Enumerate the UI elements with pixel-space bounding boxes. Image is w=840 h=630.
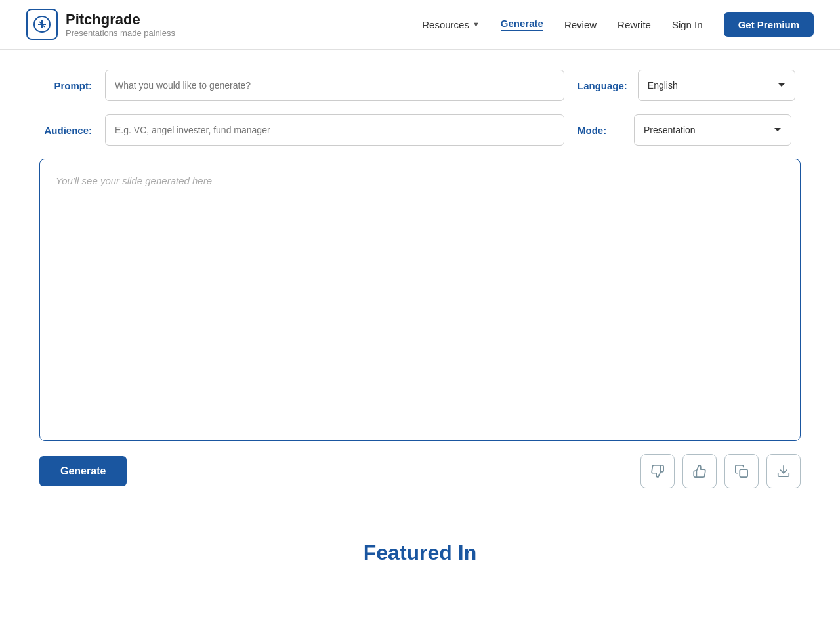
nav-links: Resources ▼ Generate Review Rewrite Sign… xyxy=(422,12,814,37)
logo-icon xyxy=(26,9,58,40)
action-icons xyxy=(640,454,801,488)
audience-input[interactable] xyxy=(105,114,564,146)
language-label: Language: xyxy=(578,80,627,91)
svg-rect-3 xyxy=(740,469,747,477)
audience-label: Audience: xyxy=(39,125,92,136)
download-icon xyxy=(776,464,791,478)
action-bar: Generate xyxy=(39,454,801,488)
preview-placeholder: You'll see your slide generated here xyxy=(56,175,212,186)
like-button[interactable] xyxy=(682,454,717,488)
logo-text: Pitchgrade Presentations made painless xyxy=(66,11,175,38)
main-content: Prompt: Language: English Spanish French… xyxy=(13,50,827,598)
nav-signin[interactable]: Sign In xyxy=(672,19,703,30)
mode-label: Mode: xyxy=(578,125,623,136)
prompt-row: Prompt: Language: English Spanish French… xyxy=(39,70,801,101)
prompt-label: Prompt: xyxy=(39,80,92,91)
nav-rewrite[interactable]: Rewrite xyxy=(618,19,651,30)
mode-select[interactable]: Presentation Document Pitch Deck xyxy=(634,114,791,146)
chevron-down-icon: ▼ xyxy=(472,20,480,28)
brand-title: Pitchgrade xyxy=(66,11,175,28)
language-select[interactable]: English Spanish French German Chinese Ja… xyxy=(638,70,795,101)
language-wrapper: Language: English Spanish French German … xyxy=(578,70,795,101)
dislike-button[interactable] xyxy=(640,454,675,488)
thumbs-down-icon xyxy=(650,464,665,478)
brand-subtitle: Presentations made painless xyxy=(66,28,175,38)
featured-section: Featured In xyxy=(39,528,801,578)
mode-wrapper: Mode: Presentation Document Pitch Deck xyxy=(578,114,791,146)
copy-icon xyxy=(734,464,749,478)
download-button[interactable] xyxy=(766,454,801,488)
generate-button[interactable]: Generate xyxy=(39,456,127,486)
nav-resources[interactable]: Resources ▼ xyxy=(422,19,480,30)
navbar: Pitchgrade Presentations made painless R… xyxy=(0,0,840,49)
featured-title: Featured In xyxy=(39,541,801,565)
prompt-input[interactable] xyxy=(105,70,564,101)
preview-area: You'll see your slide generated here xyxy=(39,159,801,441)
audience-row: Audience: Mode: Presentation Document Pi… xyxy=(39,114,801,146)
thumbs-up-icon xyxy=(692,464,707,478)
get-premium-button[interactable]: Get Premium xyxy=(724,12,814,37)
copy-button[interactable] xyxy=(724,454,759,488)
logo-area[interactable]: Pitchgrade Presentations made painless xyxy=(26,9,175,40)
nav-generate[interactable]: Generate xyxy=(501,18,543,32)
nav-review[interactable]: Review xyxy=(564,19,597,30)
